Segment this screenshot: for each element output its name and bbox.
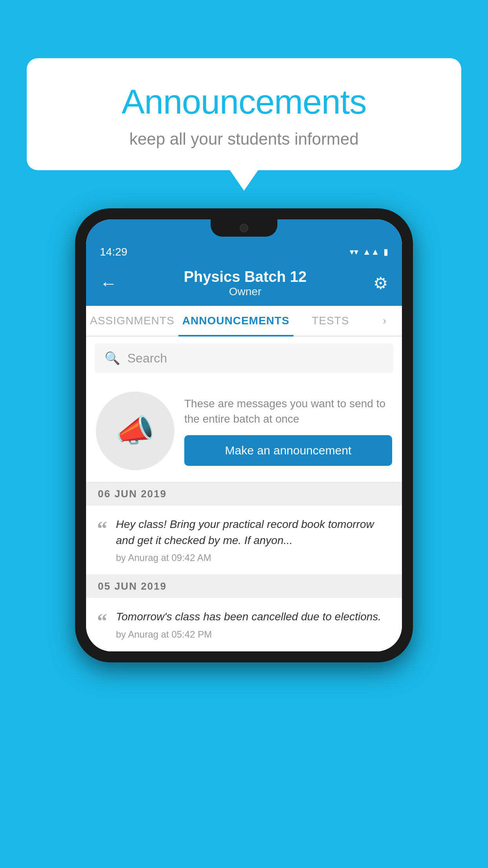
search-placeholder: Search xyxy=(127,351,167,366)
status-time: 14:29 xyxy=(100,246,127,258)
announcement-prompt: 📣 These are messages you want to send to… xyxy=(86,380,402,482)
battery-icon: ▮ xyxy=(383,247,388,257)
header-center: Physics Batch 12 Owner xyxy=(184,268,307,298)
bubble-subtitle: keep all your students informed xyxy=(50,130,438,149)
speech-bubble-section: Announcements keep all your students inf… xyxy=(27,58,461,170)
announcement-message-2: Tomorrow's class has been cancelled due … xyxy=(116,609,391,625)
search-icon: 🔍 xyxy=(105,351,120,366)
wifi-icon: ▾▾ xyxy=(350,247,358,257)
phone-body: 14:29 ▾▾ ▲▲ ▮ ← Physics Batch 12 Owner ⚙ xyxy=(75,208,413,662)
header-subtitle: Owner xyxy=(184,285,307,298)
status-icons: ▾▾ ▲▲ ▮ xyxy=(350,247,388,257)
bubble-title: Announcements xyxy=(50,82,438,122)
announcement-meta-2: by Anurag at 05:42 PM xyxy=(116,629,391,640)
quote-icon-2: “ xyxy=(97,611,107,631)
phone-mockup: 14:29 ▾▾ ▲▲ ▮ ← Physics Batch 12 Owner ⚙ xyxy=(75,208,413,662)
announcement-item-2: “ Tomorrow's class has been cancelled du… xyxy=(86,598,402,651)
quote-icon-1: “ xyxy=(97,519,107,539)
tab-tests[interactable]: TESTS xyxy=(294,306,368,336)
app-header: ← Physics Batch 12 Owner ⚙ xyxy=(86,263,402,306)
announcement-message-1: Hey class! Bring your practical record b… xyxy=(116,517,391,548)
date-separator-1: 06 JUN 2019 xyxy=(86,482,402,506)
status-bar: 14:29 ▾▾ ▲▲ ▮ xyxy=(86,239,402,263)
tab-more[interactable]: › xyxy=(367,306,402,336)
search-bar[interactable]: 🔍 Search xyxy=(95,344,393,373)
megaphone-icon: 📣 xyxy=(116,412,155,449)
date-separator-2: 05 JUN 2019 xyxy=(86,575,402,598)
header-title: Physics Batch 12 xyxy=(184,268,307,285)
announcement-right: These are messages you want to send to t… xyxy=(184,396,392,466)
signal-icon: ▲▲ xyxy=(362,247,380,257)
camera xyxy=(240,224,248,232)
announcement-item-1: “ Hey class! Bring your practical record… xyxy=(86,506,402,575)
tabs: ASSIGNMENTS ANNOUNCEMENTS TESTS › xyxy=(86,306,402,337)
notch xyxy=(211,219,277,237)
back-button[interactable]: ← xyxy=(100,274,117,293)
tab-announcements[interactable]: ANNOUNCEMENTS xyxy=(178,306,294,336)
settings-icon[interactable]: ⚙ xyxy=(373,274,388,293)
announcement-text-1: Hey class! Bring your practical record b… xyxy=(116,517,391,563)
speech-bubble: Announcements keep all your students inf… xyxy=(27,58,461,170)
announcement-meta-1: by Anurag at 09:42 AM xyxy=(116,552,391,563)
make-announcement-button[interactable]: Make an announcement xyxy=(184,435,392,466)
announcement-text-2: Tomorrow's class has been cancelled due … xyxy=(116,609,391,640)
phone-screen: 14:29 ▾▾ ▲▲ ▮ ← Physics Batch 12 Owner ⚙ xyxy=(86,219,402,651)
search-section: 🔍 Search xyxy=(86,337,402,380)
announcement-description: These are messages you want to send to t… xyxy=(184,396,392,427)
megaphone-circle: 📣 xyxy=(96,392,174,470)
tab-assignments[interactable]: ASSIGNMENTS xyxy=(86,306,178,336)
